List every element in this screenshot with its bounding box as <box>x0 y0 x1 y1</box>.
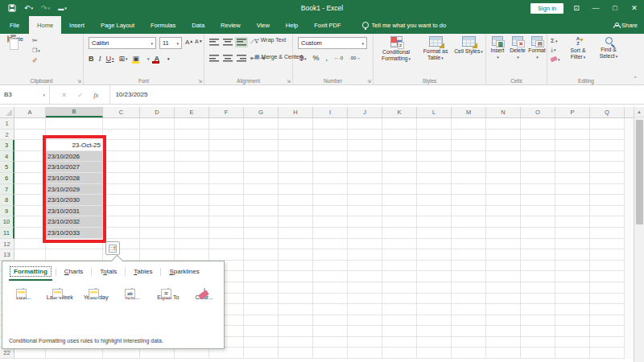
cell-D5[interactable] <box>140 162 175 173</box>
cell-J16[interactable] <box>348 282 382 294</box>
cell-N2[interactable] <box>486 130 521 141</box>
cell-J3[interactable] <box>348 140 382 151</box>
cell-M12[interactable] <box>452 239 486 250</box>
cell-J2[interactable] <box>348 130 382 141</box>
qa-tab-totals[interactable]: Totals <box>97 267 120 276</box>
accounting-format-icon[interactable]: $▾ <box>299 54 307 62</box>
italic-icon[interactable]: I <box>99 55 101 63</box>
column-header-d[interactable]: D <box>140 107 175 117</box>
cell-O1[interactable] <box>521 118 555 130</box>
autosum-icon[interactable]: Σ▾ <box>551 37 560 44</box>
cell-O15[interactable] <box>521 271 555 282</box>
row-header-10[interactable]: 10 <box>0 216 14 228</box>
cell-K10[interactable] <box>382 216 417 228</box>
cell-P10[interactable] <box>555 216 590 228</box>
qa-tab-charts[interactable]: Charts <box>61 267 87 276</box>
cell-P16[interactable] <box>555 282 590 294</box>
cell-J7[interactable] <box>348 184 382 195</box>
tab-page-layout[interactable]: Page Layout <box>93 16 142 34</box>
column-header-m[interactable]: M <box>452 107 486 117</box>
cell-L15[interactable] <box>417 271 452 282</box>
cell-M10[interactable] <box>452 216 486 228</box>
cell-F11[interactable] <box>209 228 244 239</box>
cell-H8[interactable] <box>279 195 313 206</box>
cell-L2[interactable] <box>417 130 452 141</box>
cell-G8[interactable] <box>244 195 279 206</box>
cell-E8[interactable] <box>175 195 209 206</box>
row-header-12[interactable]: 12 <box>0 239 14 250</box>
cell-P8[interactable] <box>555 195 590 206</box>
font-dialog-launcher-icon[interactable]: ⇲ <box>198 78 202 84</box>
qa-item-yesterday[interactable]: Yesterday <box>80 289 113 300</box>
cell-H17[interactable] <box>279 294 313 305</box>
cell-B2[interactable] <box>46 130 103 141</box>
cell-D3[interactable] <box>140 140 175 151</box>
cell-Q10[interactable] <box>590 216 625 228</box>
delete-cells-button[interactable]: ✕ Delete▾ <box>508 36 527 60</box>
cell-L20[interactable] <box>417 326 452 337</box>
cell-I3[interactable] <box>313 140 348 151</box>
cell-P15[interactable] <box>555 271 590 282</box>
column-header-g[interactable]: G <box>244 107 279 117</box>
cell-O10[interactable] <box>521 216 555 228</box>
column-header-h[interactable]: H <box>279 107 313 117</box>
clipboard-dialog-launcher-icon[interactable]: ⇲ <box>77 78 81 84</box>
cell-O18[interactable] <box>521 304 555 315</box>
cell-H7[interactable] <box>279 184 313 195</box>
cell-F4[interactable] <box>209 151 244 162</box>
cell-A12[interactable] <box>14 239 46 250</box>
cell-G6[interactable] <box>244 173 279 184</box>
cell-O12[interactable] <box>521 239 555 250</box>
cell-Q3[interactable] <box>590 140 625 151</box>
cell-I2[interactable] <box>313 130 348 141</box>
row-header-11[interactable]: 11 <box>0 228 14 239</box>
cell-L18[interactable] <box>417 304 452 315</box>
column-header-l[interactable]: L <box>417 107 452 117</box>
cell-C4[interactable] <box>103 151 140 162</box>
qa-tab-formatting[interactable]: Formatting <box>10 267 51 276</box>
column-header-p[interactable]: P <box>555 107 590 117</box>
cell-H10[interactable] <box>279 216 313 228</box>
cell-D7[interactable] <box>140 184 175 195</box>
cell-H16[interactable] <box>279 282 313 294</box>
cell-A6[interactable] <box>14 173 46 184</box>
cell-E3[interactable] <box>175 140 209 151</box>
column-header-a[interactable]: A <box>14 107 46 117</box>
cell-C8[interactable] <box>103 195 140 206</box>
cell-K3[interactable] <box>382 140 417 151</box>
cell-H6[interactable] <box>279 173 313 184</box>
cell-D1[interactable] <box>140 118 175 130</box>
cell-J12[interactable] <box>348 239 382 250</box>
cell-F13[interactable] <box>209 249 244 261</box>
cell-G1[interactable] <box>244 118 279 130</box>
cell-K15[interactable] <box>382 271 417 282</box>
cell-N1[interactable] <box>486 118 521 130</box>
cell-Q13[interactable] <box>590 249 625 261</box>
cell-I1[interactable] <box>313 118 348 130</box>
cell-P6[interactable] <box>555 173 590 184</box>
cell-G14[interactable] <box>244 261 279 272</box>
clear-icon[interactable]: ▾ <box>551 56 560 63</box>
cell-F1[interactable] <box>209 118 244 130</box>
cell-I22[interactable] <box>313 348 348 359</box>
cell-J21[interactable] <box>348 337 382 348</box>
cell-K2[interactable] <box>382 130 417 141</box>
cell-H3[interactable] <box>279 140 313 151</box>
cell-Q17[interactable] <box>590 294 625 305</box>
cell-Q6[interactable] <box>590 173 625 184</box>
cell-G18[interactable] <box>244 304 279 315</box>
cell-J22[interactable] <box>348 348 382 359</box>
cell-G13[interactable] <box>244 249 279 261</box>
cell-D10[interactable] <box>140 216 175 228</box>
cell-G17[interactable] <box>244 294 279 305</box>
cell-H21[interactable] <box>279 337 313 348</box>
cell-N3[interactable] <box>486 140 521 151</box>
cell-N13[interactable] <box>486 249 521 261</box>
cell-O7[interactable] <box>521 184 555 195</box>
cell-J18[interactable] <box>348 304 382 315</box>
cell-L22[interactable] <box>417 348 452 359</box>
column-header-j[interactable]: J <box>348 107 382 117</box>
cell-O11[interactable] <box>521 228 555 239</box>
cell-D22[interactable] <box>140 348 175 359</box>
tab-help[interactable]: Help <box>278 16 306 34</box>
